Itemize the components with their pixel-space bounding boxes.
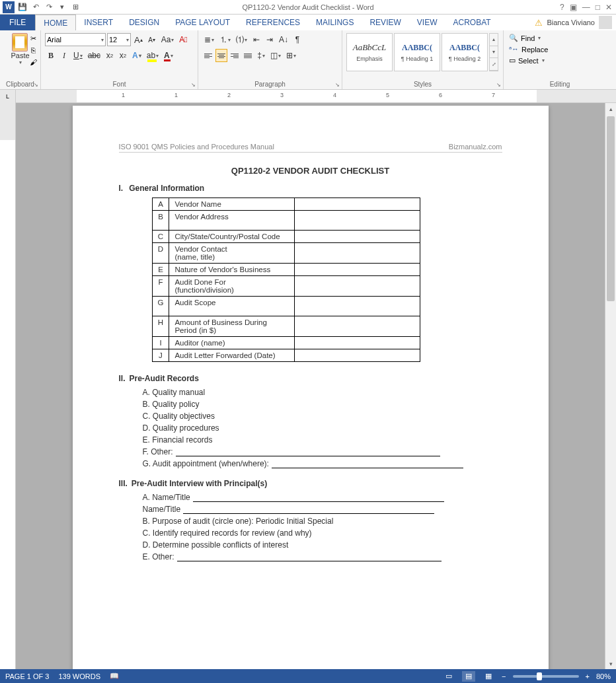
font-size-value: 12 xyxy=(109,36,117,44)
zoom-slider[interactable] xyxy=(513,675,579,678)
maximize-icon[interactable]: □ xyxy=(596,3,600,12)
styles-expand-icon[interactable]: ⤢ xyxy=(490,58,498,71)
line-spacing-button[interactable]: ‡▾ xyxy=(255,49,267,62)
align-right-button[interactable] xyxy=(229,49,241,62)
style-heading-2[interactable]: AABBC( ¶ Heading 2 xyxy=(442,33,488,71)
section-title: Pre-Audit Interview with Principal(s) xyxy=(132,479,267,488)
change-case-button[interactable]: Aa▾ xyxy=(159,33,176,46)
grow-font-button[interactable]: A▴ xyxy=(132,33,145,46)
subscript-button[interactable]: x2 xyxy=(104,49,116,62)
bullets-button[interactable]: ≣▾ xyxy=(202,33,216,46)
document-scroll-area[interactable]: ISO 9001 QMS Policies and Procedures Man… xyxy=(16,103,605,669)
proofing-icon[interactable]: 📖 xyxy=(110,672,119,680)
shrink-font-button[interactable]: A▾ xyxy=(146,33,158,46)
borders-button[interactable]: ⊞▾ xyxy=(284,49,298,62)
zoom-out-icon[interactable]: − xyxy=(502,672,506,680)
highlight-button[interactable]: ab▾ xyxy=(145,49,161,62)
tab-insert[interactable]: INSERT xyxy=(76,15,121,30)
list-item: E. Other: xyxy=(143,552,502,561)
align-left-button[interactable] xyxy=(202,49,214,62)
select-button[interactable]: ▭Select▾ xyxy=(508,55,612,65)
tab-review[interactable]: REVIEW xyxy=(362,15,408,30)
tab-acrobat[interactable]: ACROBAT xyxy=(445,15,498,30)
quick-access-toolbar: W 💾 ↶ ↷ ▾ ⊞ xyxy=(0,1,81,13)
font-dialog-launcher-icon[interactable]: ↘ xyxy=(190,81,196,88)
align-center-button[interactable] xyxy=(215,49,227,62)
scroll-up-icon[interactable]: ▴ xyxy=(605,103,616,114)
page-indicator[interactable]: PAGE 1 OF 3 xyxy=(5,672,49,680)
styles-dialog-launcher-icon[interactable]: ↘ xyxy=(495,81,502,88)
multilevel-list-button[interactable]: ⑴▾ xyxy=(234,33,249,46)
qat-dropdown-icon[interactable]: ▾ xyxy=(57,2,67,13)
tab-view[interactable]: VIEW xyxy=(409,15,445,30)
section-3-list: A. Name/Title Name/Title B. Purpose of a… xyxy=(143,493,502,561)
touch-mode-icon[interactable]: ⊞ xyxy=(70,2,81,13)
copy-icon[interactable]: ⎘ xyxy=(28,45,38,55)
row-label: Amount of Business During Period (in $) xyxy=(169,316,295,337)
vertical-scrollbar[interactable]: ▴ ▾ xyxy=(605,103,616,669)
cut-icon[interactable]: ✂ xyxy=(28,33,38,44)
tab-references[interactable]: REFERENCES xyxy=(238,15,308,30)
tab-file[interactable]: FILE xyxy=(0,15,35,30)
styles-gallery-scroll: ▴ ▾ ⤢ xyxy=(489,33,498,71)
numbering-button[interactable]: ⒈▾ xyxy=(217,33,233,46)
minimize-icon[interactable]: — xyxy=(582,3,590,12)
show-marks-button[interactable]: ¶ xyxy=(291,33,303,46)
tab-design[interactable]: DESIGN xyxy=(121,15,167,30)
style-heading-1[interactable]: AABBC( ¶ Heading 1 xyxy=(394,33,440,71)
decrease-indent-button[interactable]: ⇤ xyxy=(250,33,262,46)
help-icon[interactable]: ? xyxy=(560,3,564,12)
paste-label: Paste xyxy=(11,52,29,59)
styles-scroll-up-icon[interactable]: ▴ xyxy=(490,34,498,46)
close-icon[interactable]: ✕ xyxy=(605,3,612,12)
redo-icon[interactable]: ↷ xyxy=(44,2,54,13)
avatar[interactable] xyxy=(599,16,612,29)
shading-button[interactable]: ◫▾ xyxy=(268,49,283,62)
tab-home[interactable]: HOME xyxy=(35,15,76,30)
print-layout-icon[interactable]: ▤ xyxy=(462,671,475,682)
group-paragraph: ≣▾ ⒈▾ ⑴▾ ⇤ ⇥ A↓ ¶ ‡▾ ◫▾ ⊞▾ Paragraph ↘ xyxy=(198,30,342,89)
underline-button[interactable]: U▾ xyxy=(71,49,85,62)
tab-mailings[interactable]: MAILINGS xyxy=(308,15,362,30)
bold-button[interactable]: B xyxy=(45,49,57,62)
table-row: BVendor Address xyxy=(152,211,420,231)
justify-button[interactable] xyxy=(242,49,254,62)
read-mode-icon[interactable]: ▭ xyxy=(442,671,455,682)
zoom-slider-knob[interactable] xyxy=(537,672,542,680)
word-count[interactable]: 139 WORDS xyxy=(58,672,100,680)
clipboard-dialog-launcher-icon[interactable]: ↘ xyxy=(32,81,39,88)
scroll-down-icon[interactable]: ▾ xyxy=(605,658,616,669)
scrollbar-thumb[interactable] xyxy=(607,116,615,301)
font-color-button[interactable]: A▾ xyxy=(162,49,175,62)
undo-icon[interactable]: ↶ xyxy=(30,2,41,13)
tab-page-layout[interactable]: PAGE LAYOUT xyxy=(167,15,238,30)
italic-button[interactable]: I xyxy=(58,49,70,62)
text-effects-button[interactable]: A▾ xyxy=(130,49,143,62)
font-size-select[interactable]: 12▾ xyxy=(107,33,131,46)
format-painter-icon[interactable]: 🖌 xyxy=(28,57,38,67)
ribbon-display-icon[interactable]: ▣ xyxy=(570,3,577,12)
section-number: II. xyxy=(119,374,126,383)
user-name[interactable]: Bianca Viviano xyxy=(547,18,595,26)
paragraph-dialog-launcher-icon[interactable]: ↘ xyxy=(334,81,340,88)
increase-indent-button[interactable]: ⇥ xyxy=(264,33,276,46)
horizontal-ruler[interactable]: 1 1 2 3 4 5 6 7 xyxy=(16,90,616,103)
clear-formatting-button[interactable]: A⃠ xyxy=(177,33,189,46)
select-icon: ▭ xyxy=(509,56,516,65)
strikethrough-button[interactable]: abc xyxy=(86,49,102,62)
styles-scroll-down-icon[interactable]: ▾ xyxy=(490,46,498,59)
style-emphasis[interactable]: AaBbCcL Emphasis xyxy=(346,33,393,71)
zoom-level[interactable]: 80% xyxy=(596,672,611,680)
find-button[interactable]: 🔍Find▾ xyxy=(508,33,612,43)
font-family-select[interactable]: Arial▾ xyxy=(45,33,106,46)
vertical-ruler[interactable] xyxy=(0,103,16,669)
sort-button[interactable]: A↓ xyxy=(277,33,290,46)
save-icon[interactable]: 💾 xyxy=(17,2,28,13)
document-page[interactable]: ISO 9001 QMS Policies and Procedures Man… xyxy=(73,106,549,669)
replace-button[interactable]: ᵃ↔Replace xyxy=(508,44,612,54)
superscript-button[interactable]: x2 xyxy=(117,49,129,62)
group-clipboard: Paste ▾ ✂ ⎘ 🖌 Clipboard ↘ xyxy=(0,30,41,89)
web-layout-icon[interactable]: ▦ xyxy=(482,671,495,682)
zoom-in-icon[interactable]: + xyxy=(586,672,590,680)
font-family-value: Arial xyxy=(47,36,61,44)
